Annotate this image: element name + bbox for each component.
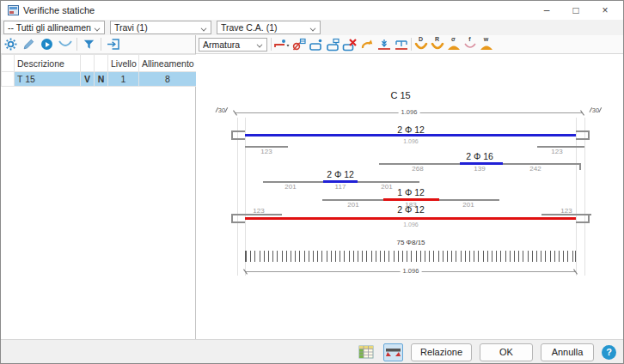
table-empty-area: [1, 87, 195, 339]
anchor-bracket-right: [576, 130, 590, 140]
seg-dim: 242: [529, 166, 541, 173]
bottom-bar-dim: 1.096: [403, 221, 419, 228]
diameter-icon[interactable]: [290, 36, 307, 52]
add-rebar-icon[interactable]: [272, 36, 290, 52]
support-line: [237, 118, 238, 276]
top-bar-dim: 1.096: [403, 138, 419, 144]
chevron-down-icon: [310, 25, 316, 31]
elements-toolbar: [1, 35, 195, 54]
bottom-bar-label: 2 Φ 12: [397, 204, 425, 215]
chevron-down-icon: [95, 25, 101, 31]
support-line: [576, 118, 577, 276]
elements-panel: Descrizione Livello Allineamento T 15 V …: [1, 35, 196, 339]
drawing-title: C 15: [390, 90, 410, 100]
diagram-sigma-icon[interactable]: σ: [445, 36, 462, 52]
beam-view-icon[interactable]: [383, 343, 403, 361]
arc-icon[interactable]: [58, 37, 72, 52]
settings-icon[interactable]: [3, 37, 18, 52]
col-descrizione[interactable]: Descrizione: [15, 55, 81, 72]
element-select[interactable]: Trave C.A. (1): [217, 21, 321, 34]
support-line: [584, 118, 585, 276]
rebar-bottom-2f12[interactable]: [245, 217, 576, 220]
divider: [411, 38, 412, 51]
end-bar-left-dim: 123: [260, 149, 272, 155]
anchor-bracket-right: [576, 214, 590, 223]
close-icon[interactable]: ×: [590, 2, 620, 20]
run-icon[interactable]: [40, 37, 54, 52]
minimize-icon[interactable]: –: [532, 2, 561, 20]
flip-icon[interactable]: [358, 36, 376, 52]
seg-dim: 201: [347, 202, 358, 209]
diagram-f-icon[interactable]: f: [462, 36, 478, 52]
cell-livello: 1: [108, 72, 139, 87]
seg-dim: 117: [335, 184, 346, 191]
app-icon: [8, 5, 19, 15]
anchor-bracket-left: [231, 214, 245, 223]
filter-bar: -- Tutti gli allineamenti -- Travi (1) T…: [1, 20, 623, 35]
titlebar: Verifiche statiche – □ ×: [1, 1, 623, 20]
annulla-button[interactable]: Annulla: [541, 343, 594, 361]
cell-descrizione: T 15: [15, 72, 81, 87]
right-support-dim: 30: [590, 107, 602, 114]
alignment-select[interactable]: -- Tutti gli allineamenti --: [3, 21, 105, 34]
add-stirrup-icon[interactable]: [307, 36, 324, 52]
bar-2f12-label: 2 Φ 12: [327, 169, 354, 179]
diagram-D-icon[interactable]: D: [413, 36, 429, 52]
seg-dim: 201: [381, 184, 392, 191]
col-flag-v[interactable]: [81, 55, 95, 72]
cell-allineamento: 8: [139, 72, 197, 87]
rebar-hook: [579, 163, 581, 170]
row-selector[interactable]: [2, 72, 15, 87]
view-select[interactable]: Armatura: [199, 38, 267, 52]
bar-1f12-label: 1 Φ 12: [397, 187, 425, 197]
window-title: Verifiche statiche: [23, 5, 95, 15]
top-dimension-value: 1.096: [399, 109, 420, 116]
results-table-icon[interactable]: [356, 343, 376, 361]
col-flag-n[interactable]: [95, 55, 108, 72]
chevron-down-icon: [257, 41, 263, 47]
anchorage-icon[interactable]: [393, 36, 410, 52]
col-allineamento[interactable]: Allineamento: [139, 55, 197, 72]
main-area: Descrizione Livello Allineamento T 15 V …: [1, 35, 623, 339]
cell-verifica: V: [81, 72, 95, 87]
copy-stirrup-icon[interactable]: [324, 36, 341, 52]
seg-dim: 139: [474, 166, 485, 173]
seg-dim: 268: [412, 166, 423, 173]
stirrups-band[interactable]: [245, 251, 576, 262]
filter-icon[interactable]: [82, 37, 96, 52]
table-header-row: Descrizione Livello Allineamento: [2, 55, 197, 72]
relazione-button[interactable]: Relazione: [411, 343, 472, 361]
left-support-dim: 30: [216, 107, 228, 114]
rebar-top-2f12[interactable]: [245, 134, 576, 136]
drawing-toolbar: Armatura: [196, 35, 623, 54]
bar-2f16-label: 2 Φ 16: [466, 151, 493, 161]
footer-bar: Relazione OK Annulla ?: [1, 339, 623, 364]
diagram-R-icon[interactable]: R: [429, 36, 445, 52]
stirrups-label: 75 Φ8/15: [396, 239, 425, 246]
end-bar-right-dim: 123: [551, 149, 562, 155]
cell-stato: N: [95, 72, 108, 87]
drawing-panel: Armatura: [196, 35, 623, 339]
window-controls: – □ ×: [532, 2, 620, 20]
verifiche-statiche-window: Verifiche statiche – □ × -- Tutti gli al…: [0, 0, 624, 364]
selector-column-header: [2, 55, 15, 72]
edit-icon[interactable]: [21, 37, 36, 52]
seg-dim: 201: [284, 184, 296, 191]
help-icon[interactable]: ?: [602, 345, 616, 360]
maximize-icon[interactable]: □: [561, 2, 590, 20]
divider: [101, 38, 101, 51]
elements-table: Descrizione Livello Allineamento T 15 V …: [1, 54, 197, 87]
seg-dim: 201: [462, 202, 474, 209]
ok-button[interactable]: OK: [480, 343, 533, 361]
anchor-bracket-left: [231, 130, 245, 140]
table-row[interactable]: T 15 V N 1 8: [2, 72, 197, 87]
export-icon[interactable]: [106, 37, 120, 52]
bottom-dimension-value: 1.096: [401, 268, 422, 275]
element-type-select[interactable]: Travi (1): [110, 21, 211, 34]
diagram-w-icon[interactable]: w: [478, 36, 494, 52]
chevron-down-icon: [201, 25, 207, 31]
col-livello[interactable]: Livello: [108, 55, 139, 72]
beam-drawing-canvas[interactable]: C 15 30 1.096 30 2 Φ 12 1.096: [196, 54, 623, 339]
hook-icon[interactable]: [376, 36, 393, 52]
delete-stirrup-icon[interactable]: [341, 36, 358, 52]
